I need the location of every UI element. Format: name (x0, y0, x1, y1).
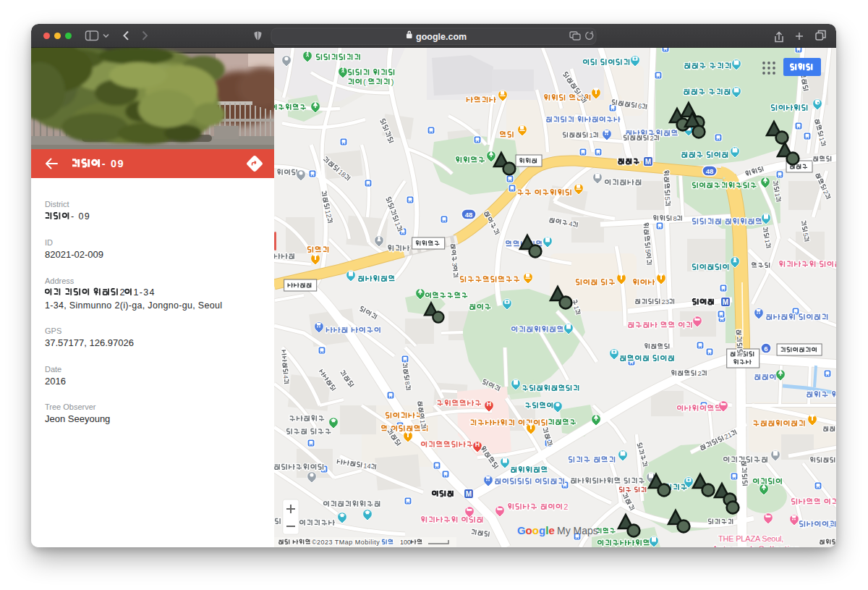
svg-text:M: M (723, 298, 728, 306)
svg-text:48: 48 (465, 211, 473, 219)
svg-text:M: M (466, 490, 472, 498)
svg-text:1: 1 (590, 131, 593, 139)
svg-text:THE PLAZA Seoul,: THE PLAZA Seoul, (718, 534, 783, 543)
svg-text:- 09: - 09 (102, 158, 124, 169)
svg-text:Autograph Collection: Autograph Collection (712, 544, 799, 547)
svg-text:6: 6 (764, 345, 767, 353)
svg-text:M: M (645, 158, 651, 166)
svg-text:o: o (526, 524, 532, 536)
svg-text:5: 5 (644, 249, 652, 253)
svg-text:My Maps: My Maps (557, 525, 598, 536)
svg-text:100: 100 (400, 539, 411, 546)
svg-text:- 09: - 09 (71, 211, 90, 222)
svg-text:1-34: 1-34 (134, 287, 155, 298)
svg-text:2: 2 (698, 369, 702, 377)
svg-text:o: o (532, 524, 539, 536)
svg-text:4: 4 (282, 375, 289, 379)
svg-text:1-34, Sinmunno 2(i)-ga, Jongno: 1-34, Sinmunno 2(i)-ga, Jongno-gu, Seoul (45, 300, 222, 311)
svg-text:G: G (517, 524, 526, 536)
svg-text:2: 2 (650, 134, 654, 142)
svg-text:g: g (539, 524, 545, 536)
svg-text:H: H (487, 400, 492, 408)
svg-text:23: 23 (662, 298, 670, 305)
svg-text:google.com: google.com (416, 32, 467, 42)
svg-text:5: 5 (663, 196, 671, 201)
svg-text:©2023 TMap Mobility: ©2023 TMap Mobility (312, 539, 380, 546)
svg-text:12: 12 (324, 209, 333, 219)
svg-text:2: 2 (120, 287, 125, 298)
svg-text:H: H (475, 441, 480, 448)
svg-text:3: 3 (451, 262, 458, 266)
svg-text:e: e (548, 524, 554, 536)
svg-text:14: 14 (363, 461, 372, 470)
svg-text:(: ( (363, 77, 366, 86)
svg-text:8: 8 (673, 214, 676, 222)
svg-text:2: 2 (563, 502, 568, 511)
svg-text:48: 48 (706, 167, 714, 175)
svg-text:): ) (391, 77, 394, 86)
